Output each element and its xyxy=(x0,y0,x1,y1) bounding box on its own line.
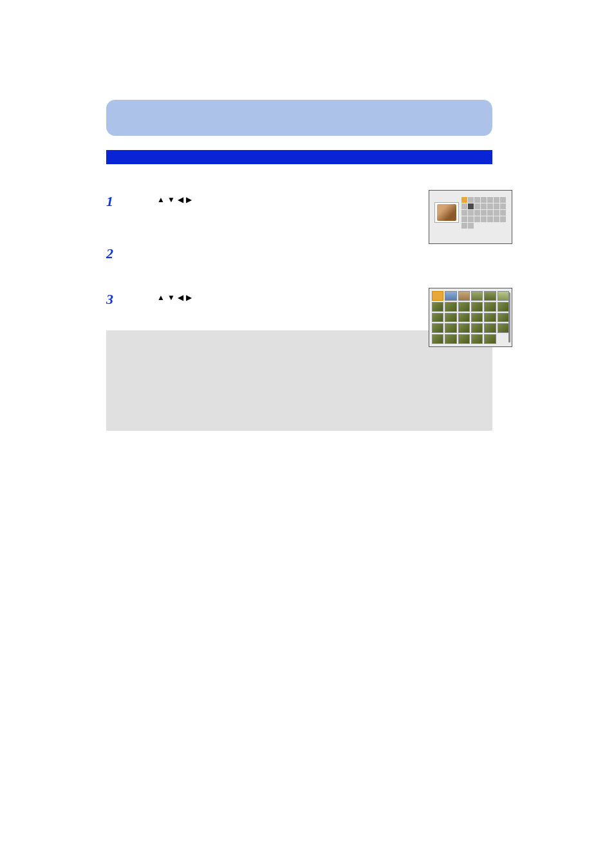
arrow-down-icon: ▼ xyxy=(167,194,175,205)
thumb xyxy=(445,334,456,344)
arrow-up-icon: ▲ xyxy=(157,194,165,205)
thumb xyxy=(471,323,483,333)
thumb xyxy=(432,302,443,312)
step-3-number: 3 xyxy=(106,291,126,308)
arrow-right-icon: ▶ xyxy=(186,194,192,205)
arrow-left-icon: ◀ xyxy=(178,292,183,303)
thumb xyxy=(498,313,509,323)
thumb xyxy=(498,323,509,333)
thumb xyxy=(445,302,456,312)
dpad-arrows: ▲ ▼ ◀ ▶ xyxy=(157,292,192,303)
thumb xyxy=(445,313,456,323)
thumb xyxy=(458,334,470,344)
scrollbar-icon xyxy=(508,292,510,343)
thumb xyxy=(432,323,443,333)
thumb xyxy=(498,291,509,301)
arrow-down-icon: ▼ xyxy=(167,292,175,303)
thumb xyxy=(458,313,470,323)
thumb xyxy=(484,334,496,344)
step-1-row: 1 ▲ ▼ ◀ ▶ xyxy=(106,193,512,210)
arrow-up-icon: ▲ xyxy=(157,292,165,303)
thumb xyxy=(484,313,496,323)
calendar-illustration xyxy=(429,190,512,244)
thumbnail-grid-illustration xyxy=(429,288,512,347)
thumb xyxy=(445,291,456,301)
thumb xyxy=(458,302,470,312)
step-3-row: 3 ▲ ▼ ◀ ▶ xyxy=(106,291,512,308)
calendar-grid xyxy=(461,197,506,238)
thumb xyxy=(471,334,483,344)
thumb xyxy=(458,291,470,301)
thumb xyxy=(498,334,509,344)
step-1-number: 1 xyxy=(106,193,126,210)
thumb xyxy=(484,302,496,312)
thumb xyxy=(458,323,470,333)
thumb xyxy=(471,302,483,312)
thumb xyxy=(484,323,496,333)
thumb xyxy=(445,323,456,333)
step-2-row: 2 xyxy=(106,245,512,262)
calendar-preview-thumb xyxy=(434,202,459,223)
arrow-right-icon: ▶ xyxy=(186,292,192,303)
thumb xyxy=(471,313,483,323)
thumb xyxy=(498,302,509,312)
thumb xyxy=(484,291,496,301)
section-title-bar xyxy=(106,100,492,136)
person-photo-icon xyxy=(437,204,456,221)
step-2-number: 2 xyxy=(106,245,126,262)
dpad-arrows: ▲ ▼ ◀ ▶ xyxy=(157,194,192,205)
thumb xyxy=(471,291,483,301)
thumb xyxy=(432,334,443,344)
page-content: 1 ▲ ▼ ◀ ▶ 2 3 xyxy=(0,0,614,431)
thumb xyxy=(432,313,443,323)
thumb-selected xyxy=(432,291,443,301)
arrow-left-icon: ◀ xyxy=(178,194,183,205)
subsection-title-bar xyxy=(106,150,492,164)
